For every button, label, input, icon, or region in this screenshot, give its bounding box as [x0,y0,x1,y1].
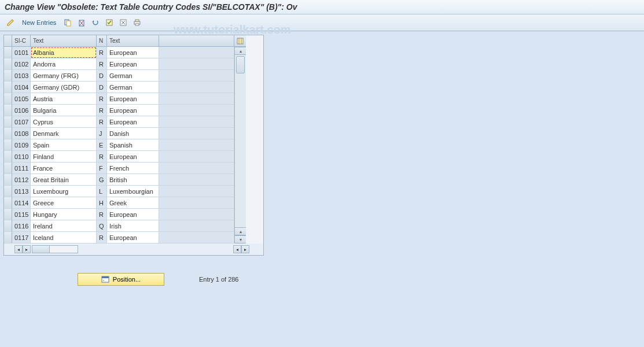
cell-text[interactable]: Cyprus [31,116,97,128]
cell-sic: 0113 [12,186,31,197]
scroll-up-icon[interactable]: ▴ [235,47,246,55]
cell-category[interactable]: British [107,174,159,186]
cell-text[interactable]: Albania [31,47,97,58]
cell-sic: 0102 [12,58,31,70]
cell-n: G [97,174,107,186]
cell-spacer [159,209,234,220]
new-entries-button[interactable]: New Entries [19,19,60,26]
row-selector[interactable] [4,93,12,105]
scroll-down-icon[interactable]: ▾ [235,235,246,243]
cell-category[interactable]: European [107,47,159,58]
row-selector[interactable] [4,116,12,128]
cell-category[interactable]: German [107,82,159,93]
scroll-thumb[interactable] [236,56,245,73]
cell-text[interactable]: Iceland [31,232,97,243]
cell-sic: 0114 [12,197,31,209]
cell-spacer [159,163,234,174]
col-text[interactable]: Text [31,35,97,47]
cell-category[interactable]: Danish [107,128,159,139]
cell-category[interactable]: European [107,93,159,105]
cell-category[interactable]: Greek [107,197,159,209]
row-selector[interactable] [4,47,12,58]
position-icon [101,275,109,283]
col-n[interactable]: N [97,35,107,47]
deselect-all-icon[interactable] [117,17,129,28]
svg-rect-16 [102,276,109,278]
cell-text[interactable]: Germany (GDR) [31,82,97,93]
cell-text[interactable]: Denmark [31,128,97,139]
cell-spacer [159,151,234,163]
edit-icon[interactable] [5,17,16,28]
row-selector[interactable] [4,70,12,82]
cell-spacer [159,220,234,232]
cell-n: D [97,82,107,93]
cell-text[interactable]: Finland [31,151,97,163]
cell-text[interactable]: Great Britain [31,174,97,186]
hscroll-thumb[interactable] [32,246,50,253]
select-all-icon[interactable] [104,17,115,28]
row-selector[interactable] [4,128,12,139]
col-selector[interactable] [4,35,12,47]
cell-text[interactable]: Hungary [31,209,97,220]
row-selector[interactable] [4,139,12,151]
row-selector[interactable] [4,163,12,174]
cell-n: D [97,70,107,82]
cell-text[interactable]: Bulgaria [31,105,97,116]
cell-category[interactable]: French [107,163,159,174]
data-table: SI-C Text N Text 0101AlbaniaREuropean▴▴▾… [3,35,264,256]
cell-category[interactable]: Spanish [107,139,159,151]
cell-text[interactable]: Spain [31,139,97,151]
delete-icon[interactable] [76,17,87,28]
cell-spacer [159,197,234,209]
hscroll-left2-icon[interactable]: ◂ [233,245,241,253]
cell-n: R [97,209,107,220]
row-selector[interactable] [4,151,12,163]
cell-category[interactable]: German [107,70,159,82]
cell-sic: 0104 [12,82,31,93]
cell-text[interactable]: Ireland [31,220,97,232]
scroll-up2-icon[interactable]: ▴ [235,227,246,235]
cell-text[interactable]: France [31,163,97,174]
cell-text[interactable]: Austria [31,93,97,105]
cell-text[interactable]: Andorra [31,58,97,70]
col-sic[interactable]: SI-C [12,35,31,47]
hscroll-track[interactable] [32,245,78,253]
cell-category[interactable]: European [107,232,159,243]
cell-n: R [97,93,107,105]
cell-category[interactable]: European [107,105,159,116]
row-selector[interactable] [4,58,12,70]
cell-category[interactable]: European [107,116,159,128]
row-selector[interactable] [4,220,12,232]
cell-category[interactable]: European [107,151,159,163]
vertical-scrollbar[interactable]: ▴▴▾ [234,47,246,243]
cell-category[interactable]: European [107,209,159,220]
hscroll-right2-icon[interactable]: ▸ [241,245,249,253]
print-icon[interactable] [131,17,143,28]
row-selector[interactable] [4,82,12,93]
hscroll-right-icon[interactable]: ▸ [23,245,31,253]
cell-sic: 0115 [12,209,31,220]
cell-category[interactable]: Irish [107,220,159,232]
cell-text[interactable]: Germany (FRG) [31,70,97,82]
cell-spacer [159,116,234,128]
cell-text[interactable]: Greece [31,197,97,209]
cell-n: H [97,197,107,209]
hscroll-left-icon[interactable]: ◂ [14,245,23,253]
row-selector[interactable] [4,197,12,209]
horizontal-scrollbar[interactable]: ◂ ▸ ◂ ▸ [4,243,263,255]
row-selector[interactable] [4,186,12,197]
row-selector[interactable] [4,105,12,116]
row-selector[interactable] [4,209,12,220]
cell-n: E [97,139,107,151]
position-button[interactable]: Position... [78,273,164,286]
copy-icon[interactable] [62,17,73,28]
cell-sic: 0106 [12,105,31,116]
col-text2[interactable]: Text [107,35,159,47]
undo-icon[interactable] [90,17,101,28]
row-selector[interactable] [4,174,12,186]
cell-category[interactable]: European [107,58,159,70]
table-settings-icon[interactable] [234,35,246,47]
cell-text[interactable]: Luxembourg [31,186,97,197]
cell-category[interactable]: Luxembourgian [107,186,159,197]
row-selector[interactable] [4,232,12,243]
